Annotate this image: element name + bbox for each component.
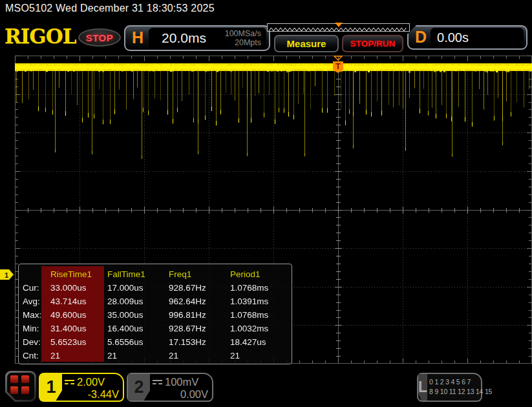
channel1-offset-marker[interactable]: 1 (0, 269, 14, 280)
meas-col-header[interactable]: RiseTime1 (45, 267, 106, 281)
channel2-values: 100mV 0.00V (150, 374, 212, 401)
meas-value: 1.0032ms (229, 322, 290, 335)
trigger-letter: T (335, 61, 341, 71)
quick-menu-button[interactable] (5, 371, 36, 402)
meas-row-label: Max: (21, 308, 45, 322)
meas-value: 18.427us (229, 335, 290, 349)
meas-value: 1.0768ms (229, 281, 290, 295)
meas-value: 16.400us (106, 322, 167, 335)
menu-square (21, 386, 29, 394)
menu-squares-icon (7, 373, 34, 400)
meas-row-label: Min: (21, 322, 45, 335)
meas-col-header[interactable]: Period1 (229, 267, 290, 281)
meas-col-header[interactable]: Freq1 (167, 267, 229, 281)
preview-position-icon[interactable] (335, 23, 343, 27)
channel2-number[interactable]: 2 (128, 374, 150, 401)
menu-square (10, 375, 18, 383)
meas-value: 21 (167, 349, 229, 362)
channel1-status-box[interactable]: 1 2.00V -3.44V (39, 373, 124, 402)
horizontal-label: H (128, 28, 147, 48)
meas-value: 5.6556us (106, 335, 167, 349)
meas-row-label: Cur: (21, 281, 45, 295)
meas-value: 21 (229, 349, 290, 362)
meas-corner (21, 267, 45, 281)
meas-value: 33.000us (45, 281, 106, 295)
logic-row2: 8 9 10 11 12 13 14 15 (429, 388, 492, 395)
logic-channels-box[interactable]: L 0 1 2 3 4 5 6 7 8 9 10 11 12 13 14 15 (417, 373, 482, 402)
meas-col-header[interactable]: FallTime1 (106, 267, 167, 281)
delay-label: D (411, 28, 431, 48)
channel2-scale: 100mV (165, 376, 198, 388)
meas-value: 928.67Hz (167, 322, 229, 335)
measure-button[interactable]: Measure (274, 35, 339, 52)
run-state-badge: STOP (78, 28, 121, 47)
timebase-value: 20.0ms (153, 30, 206, 46)
logic-label[interactable]: L (418, 374, 427, 401)
logic-row1: 0 1 2 3 4 5 6 7 (429, 378, 471, 386)
meas-value: 17.153Hz (167, 335, 229, 349)
meas-value: 17.000us (106, 281, 167, 295)
logic-channel-numbers: 0 1 2 3 4 5 6 7 8 9 10 11 12 13 14 15 (427, 374, 492, 401)
waveform-preview-strip[interactable] (267, 23, 410, 32)
channel1-offset: -3.44V (65, 388, 119, 401)
horizontal-inner: 20.0ms 100MSa/s 20Mpts (149, 28, 266, 48)
trigger-position-marker[interactable]: T (332, 56, 344, 74)
channel1-values: 2.00V -3.44V (62, 374, 123, 401)
dc-coupling-icon (153, 380, 162, 386)
delay-value: 0.00s (437, 30, 469, 45)
menu-square (10, 386, 18, 394)
meas-row-label: Dev: (21, 335, 45, 349)
meas-value: 996.81Hz (167, 308, 229, 322)
rigol-logo: RIGOL (5, 25, 76, 48)
meas-value: 43.714us (45, 295, 106, 308)
meas-value: 35.000us (106, 308, 167, 322)
channel2-status-box[interactable]: 2 100mV 0.00V (127, 373, 213, 402)
meas-row-label: Avg: (21, 295, 45, 308)
channel2-offset: 0.00V (153, 388, 208, 401)
meas-value: 1.0768ms (229, 308, 290, 322)
delay-inner: 0.00s (431, 28, 524, 47)
sample-rate: 100MSa/s (225, 29, 261, 38)
acquisition-info: 100MSa/s 20Mpts (225, 29, 262, 48)
stop-run-button[interactable]: STOP/RUN (342, 35, 403, 52)
meas-value: 31.400us (45, 322, 106, 335)
system-title: MSO5102 Wed December 31 18:30:53 2025 (5, 3, 215, 14)
meas-value: 5.6523us (45, 335, 106, 349)
meas-row-label: Cnt: (21, 349, 45, 362)
oscilloscope-screen: MSO5102 Wed December 31 18:30:53 2025 RI… (0, 0, 532, 407)
meas-value: 28.009us (106, 295, 167, 308)
meas-value: 1.0391ms (229, 295, 290, 308)
channel1-scale: 2.00V (77, 376, 105, 388)
meas-value: 21 (45, 349, 106, 362)
menu-square (21, 375, 29, 383)
measurement-grid: RiseTime1 FallTime1 Freq1 Period1 Cur: 3… (21, 267, 290, 362)
memory-depth: 20Mpts (235, 38, 261, 47)
channel1-marker-number: 1 (5, 271, 8, 279)
meas-value: 49.600us (45, 308, 106, 322)
channel1-number[interactable]: 1 (40, 374, 62, 401)
dc-coupling-icon (65, 380, 74, 386)
meas-value: 962.64Hz (167, 295, 229, 308)
meas-value: 21 (106, 349, 167, 362)
delay-panel[interactable]: D 0.00s (407, 25, 527, 50)
horizontal-timebase-panel[interactable]: H 20.0ms 100MSa/s 20Mpts (124, 25, 270, 51)
meas-value: 928.67Hz (167, 281, 229, 295)
measurement-table: RiseTime1 FallTime1 Freq1 Period1 Cur: 3… (18, 264, 292, 364)
